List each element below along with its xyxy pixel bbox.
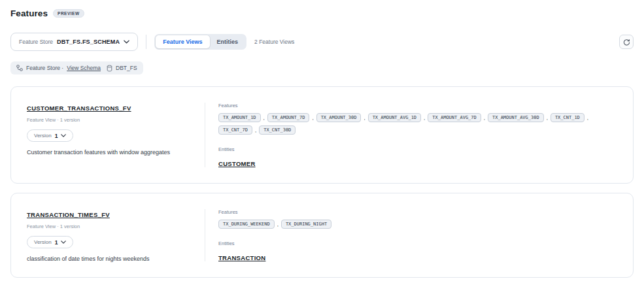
feature-chip: TX_AMOUNT_AVG_30D <box>488 113 544 122</box>
tab-feature-views[interactable]: Feature Views <box>156 35 209 48</box>
chevron-down-icon <box>124 40 129 44</box>
version-value: 1 <box>55 133 58 139</box>
card-divider <box>205 209 205 261</box>
feature-view-card: TRANSACTION_TIMES_FV Feature View · 1 ve… <box>10 193 634 278</box>
feature-chip: TX_DURING_NIGHT <box>281 220 331 229</box>
feature-view-title-link[interactable]: TRANSACTION_TIMES_FV <box>27 211 110 218</box>
refresh-icon <box>623 39 630 46</box>
version-label: Version <box>34 133 52 139</box>
entity-link[interactable]: CUSTOMER <box>218 160 256 167</box>
feature-view-card: CUSTOMER_TRANSACTIONS_FV Feature View · … <box>10 86 634 184</box>
view-tabs: Feature ViewsEntities <box>154 34 246 50</box>
entity-link-list: CUSTOMER <box>218 157 617 169</box>
chip-separator: , <box>255 127 256 133</box>
features-label: Features <box>218 103 617 108</box>
chip-separator: , <box>312 115 313 121</box>
database-icon <box>107 65 112 72</box>
entities-label: Entities <box>218 240 617 246</box>
feature-chip: TX_CNT_7D <box>218 125 252 135</box>
feature-chip: TX_AMOUNT_AVG_1D <box>368 113 421 122</box>
page-title: Features <box>10 8 48 18</box>
feature-chip: TX_AMOUNT_1D <box>218 113 261 122</box>
view-schema-link[interactable]: View Schema <box>67 65 101 71</box>
feature-store-selector-value: DBT_FS.FS_SCHEMA <box>57 39 120 45</box>
card-detail-column: Features TX_AMOUNT_1D,TX_AMOUNT_7D,TX_AM… <box>218 101 617 169</box>
chip-separator: , <box>484 115 485 121</box>
entity-link[interactable]: TRANSACTION <box>218 254 265 261</box>
feature-view-description: Customer transaction features with windo… <box>27 148 184 156</box>
breadcrumb-database: DBT_FS <box>116 65 137 71</box>
feature-chip-list: TX_AMOUNT_1D,TX_AMOUNT_7D,TX_AMOUNT_30D,… <box>218 113 617 135</box>
features-label: Features <box>218 209 617 215</box>
refresh-button[interactable] <box>619 35 634 49</box>
preview-badge: PREVIEW <box>53 9 84 18</box>
feature-view-title-link[interactable]: CUSTOMER_TRANSACTIONS_FV <box>27 105 131 112</box>
chip-separator: , <box>364 115 365 121</box>
chevron-down-icon <box>61 134 66 137</box>
feature-chip: TX_AMOUNT_30D <box>316 113 362 122</box>
feature-view-subtitle: Feature View · 1 version <box>27 117 205 123</box>
tab-entities[interactable]: Entities <box>210 35 246 48</box>
entity-link-list: TRANSACTION <box>218 251 617 263</box>
feature-view-description: classification of date times for nights … <box>27 255 184 263</box>
schema-icon <box>16 65 23 71</box>
feature-chip: TX_AMOUNT_7D <box>267 113 310 122</box>
card-divider <box>205 103 205 167</box>
chip-separator: , <box>547 115 548 121</box>
version-selector[interactable]: Version 1 <box>27 236 73 248</box>
card-detail-column: Features TX_DURING_WEEKEND,TX_DURING_NIG… <box>218 208 617 263</box>
feature-chip: TX_CNT_30D <box>259 125 296 135</box>
chevron-down-icon <box>61 240 66 244</box>
entities-label: Entities <box>218 146 617 152</box>
page-header: Features PREVIEW <box>10 7 634 20</box>
feature-store-selector-label: Feature Store <box>19 39 53 45</box>
breadcrumb-prefix: Feature Store · <box>26 65 63 71</box>
features-page: Features PREVIEW Feature Store DBT_FS.FS… <box>0 0 644 278</box>
feature-chip-list: TX_DURING_WEEKEND,TX_DURING_NIGHT <box>218 220 617 229</box>
feature-view-cards: CUSTOMER_TRANSACTIONS_FV Feature View · … <box>10 86 634 278</box>
version-selector[interactable]: Version 1 <box>27 129 73 142</box>
chip-separator: , <box>263 115 265 121</box>
feature-chip: TX_AMOUNT_AVG_7D <box>428 113 481 122</box>
feature-store-selector[interactable]: Feature Store DBT_FS.FS_SCHEMA <box>10 33 138 51</box>
feature-views-count: 2 Feature Views <box>254 39 294 45</box>
toolbar-divider <box>146 35 146 49</box>
chip-separator: , <box>277 222 279 227</box>
version-value: 1 <box>55 239 58 246</box>
version-label: Version <box>34 239 52 245</box>
breadcrumb: Feature Store · View Schema DBT_FS <box>10 61 143 74</box>
feature-chip: TX_CNT_1D <box>551 113 585 122</box>
chip-separator: , <box>587 115 588 121</box>
toolbar: Feature Store DBT_FS.FS_SCHEMA Feature V… <box>10 33 634 51</box>
card-summary-column: TRANSACTION_TIMES_FV Feature View · 1 ve… <box>27 208 205 263</box>
chip-separator: , <box>424 115 425 121</box>
feature-view-subtitle: Feature View · 1 version <box>27 224 205 229</box>
feature-chip: TX_DURING_WEEKEND <box>218 220 275 229</box>
card-summary-column: CUSTOMER_TRANSACTIONS_FV Feature View · … <box>27 101 205 169</box>
